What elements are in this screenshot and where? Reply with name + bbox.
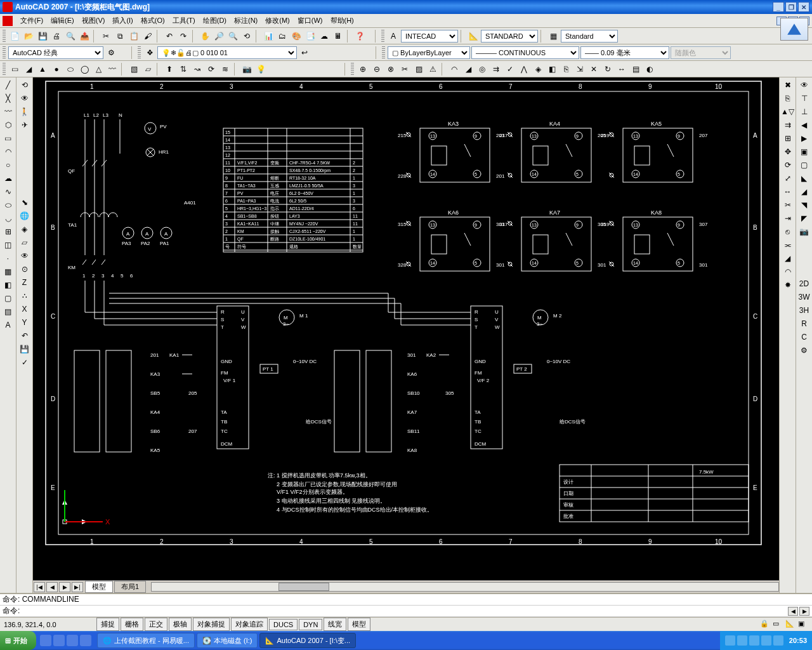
tray-vol-icon[interactable] (737, 635, 747, 646)
loft-icon[interactable]: ≋ (219, 63, 232, 76)
open-icon[interactable]: 📂 (22, 30, 35, 43)
grip-icon[interactable] (3, 63, 6, 76)
properties-icon[interactable]: 📊 (262, 30, 275, 43)
toggle-grid[interactable]: 栅格 (121, 618, 143, 631)
tray-net-icon[interactable] (749, 635, 759, 646)
task-browser[interactable]: 🌐上传截图教程 - 网易暖... (97, 633, 195, 648)
vs-concept-icon[interactable]: C (798, 331, 811, 343)
save-icon[interactable]: 💾 (36, 30, 49, 43)
hatch-icon[interactable]: ▦ (2, 265, 15, 278)
ql-media-icon[interactable] (67, 635, 78, 646)
pline-icon[interactable]: 〰 (2, 105, 15, 118)
workspace-select[interactable]: AutoCAD 经典 (8, 46, 103, 59)
table-icon[interactable]: ▤ (2, 305, 15, 318)
break-icon[interactable]: ⎋ (782, 225, 794, 238)
union-icon[interactable]: ⊕ (357, 63, 369, 76)
top-view-icon[interactable]: ⊤ (798, 92, 811, 105)
menu-insert[interactable]: 插入(I) (108, 15, 136, 27)
dimstyle-icon[interactable]: 📐 (467, 30, 480, 43)
cone-icon[interactable]: ▲ (36, 63, 49, 76)
color-edge-icon[interactable]: ◧ (546, 63, 558, 76)
sweep-icon[interactable]: ↝ (191, 63, 204, 76)
grip-icon[interactable] (3, 30, 6, 43)
scale-icon[interactable]: ⤢ (782, 172, 794, 185)
maximize-button[interactable]: ❐ (785, 2, 797, 12)
erase-icon[interactable]: ✖ (782, 79, 794, 91)
minimize-button[interactable]: _ (773, 2, 784, 12)
toggle-dyn[interactable]: DYN (299, 619, 322, 630)
color-select[interactable]: ▢ ByLayerByLayer (388, 46, 470, 59)
layer-select[interactable]: 💡❄🔓🖨▢ 0 010 01 (157, 46, 297, 59)
move-icon[interactable]: ✥ (782, 145, 794, 158)
workspace-settings-icon[interactable]: ⚙ (105, 46, 117, 59)
calc-icon[interactable]: 🖩 (332, 30, 344, 43)
toggle-lwt[interactable]: 线宽 (324, 618, 346, 631)
command-input[interactable]: 命令: ◀▶ (0, 606, 812, 617)
join-icon[interactable]: ⫘ (782, 239, 794, 251)
offset-icon[interactable]: ⇉ (782, 119, 794, 131)
match-icon[interactable]: 🖌 (141, 30, 154, 43)
layer-prev-icon[interactable]: ↩ (298, 46, 311, 59)
explode-icon[interactable]: ✸ (782, 279, 794, 291)
ql-app-icon[interactable] (80, 635, 91, 646)
light-icon[interactable]: 💡 (254, 63, 267, 76)
stretch-icon[interactable]: ↔ (782, 185, 794, 198)
extrude-icon[interactable]: ⬆ (163, 63, 176, 76)
presspull-icon[interactable]: ⇅ (177, 63, 190, 76)
zoom-prev-icon[interactable]: ⟲ (240, 30, 253, 43)
vs-manage-icon[interactable]: ⚙ (798, 344, 811, 357)
task-autocad[interactable]: 📐AutoCAD 2007 - [I:\变... (259, 633, 356, 648)
right-view-icon[interactable]: ▶ (798, 132, 811, 145)
ellipsearc-icon[interactable]: ◡ (2, 212, 15, 225)
menu-format[interactable]: 格式(O) (137, 15, 169, 27)
tray-icon[interactable]: ▭ (773, 620, 783, 630)
tray-lang-icon[interactable] (725, 635, 735, 646)
clean-icon[interactable]: ▣ (798, 620, 808, 630)
revolve-icon[interactable]: ⟳ (205, 63, 218, 76)
xline-icon[interactable]: ╳ (2, 92, 15, 105)
vs-2d-icon[interactable]: 2D (798, 277, 811, 290)
textstyle-icon[interactable]: A (387, 30, 400, 43)
ucs-face-icon[interactable]: ▱ (18, 236, 31, 249)
zoom-win-icon[interactable]: 🔍 (226, 30, 239, 43)
cmd-right-icon[interactable]: ▶ (799, 607, 809, 616)
check-icon[interactable]: ✓ (504, 63, 516, 76)
ucs-y-icon[interactable]: Y (18, 316, 31, 329)
ucs-apply-icon[interactable]: ✓ (18, 356, 31, 369)
back-view-icon[interactable]: ▢ (798, 159, 811, 171)
revcloud-icon[interactable]: ☁ (2, 172, 15, 185)
vs-3dw-icon[interactable]: 3W (798, 291, 811, 303)
toggle-snap[interactable]: 捕捉 (96, 618, 119, 631)
menu-edit[interactable]: 编辑(E) (47, 15, 78, 27)
ucs-world-icon[interactable]: 🌐 (18, 209, 31, 222)
clock[interactable]: 20:53 (789, 637, 807, 644)
annoscale-icon[interactable]: 📐 (785, 620, 796, 630)
toggle-polar[interactable]: 极轴 (169, 618, 192, 631)
point-icon[interactable]: · (2, 252, 15, 265)
camera-icon[interactable]: 📷 (798, 225, 811, 238)
convert-icon[interactable]: ◐ (643, 63, 656, 76)
flatshot-icon[interactable]: ▤ (629, 63, 642, 76)
left-view-icon[interactable]: ◀ (798, 119, 811, 131)
close-button[interactable]: ✕ (798, 2, 809, 12)
grip-icon[interactable] (381, 30, 384, 43)
cmd-left-icon[interactable]: ◀ (788, 607, 798, 616)
toggle-otrack[interactable]: 对象追踪 (231, 618, 268, 631)
redo-icon[interactable]: ↷ (177, 30, 190, 43)
sheetset-icon[interactable]: 📑 (304, 30, 317, 43)
region-icon[interactable]: ▢ (2, 292, 15, 305)
zoom-rt-icon[interactable]: 🔎 (213, 30, 225, 43)
block-icon[interactable]: ◫ (2, 239, 15, 251)
ql-ie-icon[interactable] (40, 635, 51, 646)
grip-icon[interactable] (3, 46, 6, 59)
ucs-x-icon[interactable]: X (18, 303, 31, 315)
interfere-icon[interactable]: ⚠ (426, 63, 439, 76)
copy-obj-icon[interactable]: ⎘ (782, 92, 794, 105)
menu-help[interactable]: 帮助(H) (327, 15, 358, 27)
bottom-view-icon[interactable]: ⊥ (798, 105, 811, 118)
fillet3d-icon[interactable]: ◠ (448, 63, 461, 76)
chamfer-icon[interactable]: ◢ (782, 252, 794, 265)
menu-dim[interactable]: 标注(N) (230, 15, 261, 27)
ucs-origin-icon[interactable]: ⊙ (18, 263, 31, 275)
preview-icon[interactable]: 🔍 (64, 30, 77, 43)
